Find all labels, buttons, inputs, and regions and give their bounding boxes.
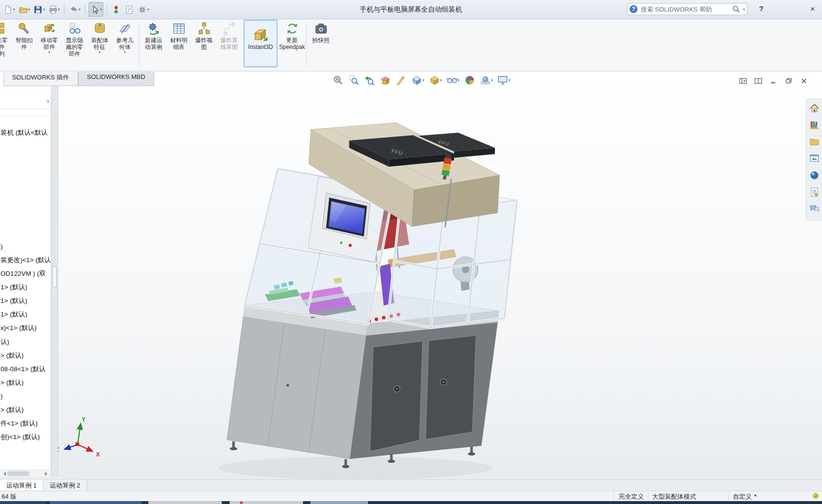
tab-solidworks-mbd[interactable]: SOLIDWORKS MBD xyxy=(78,71,154,86)
status-custom[interactable]: 自定义 xyxy=(733,492,752,501)
update-speedpak-button[interactable]: 更新Speedpak xyxy=(280,19,305,70)
tree-root-item[interactable]: 装机 (默认<默认 xyxy=(0,128,51,137)
quick-access-toolbar: ▾▾▾▾▾▾▾ xyxy=(2,2,150,16)
splitter-grip[interactable] xyxy=(52,266,57,287)
scroll-left-icon[interactable] xyxy=(1,472,6,476)
tree-item[interactable]: 1> (默认) xyxy=(0,281,51,294)
save-button[interactable]: ▾ xyxy=(32,2,46,16)
new-file-button[interactable]: ▾ xyxy=(2,2,16,16)
options-gear-button[interactable]: ▾ xyxy=(136,2,150,16)
appearances-button[interactable] xyxy=(808,170,820,183)
tree-item[interactable]: ) xyxy=(0,390,51,403)
status-assembly-mode[interactable]: 大型装配体模式 xyxy=(652,492,696,501)
tree-item[interactable]: 创)<1> (默认) xyxy=(0,430,51,444)
custom-properties-button[interactable] xyxy=(808,187,820,200)
reference-geometry xyxy=(118,21,132,36)
minimize-button[interactable] xyxy=(768,2,782,16)
tree-item[interactable]: 1> (默认) xyxy=(0,294,51,308)
panel-splitter[interactable] xyxy=(51,85,58,477)
search-box[interactable]: ? ▾ xyxy=(627,3,748,15)
close-button[interactable]: × xyxy=(805,2,820,16)
previous-view-button[interactable] xyxy=(364,75,376,86)
status-caret-icon[interactable]: ▲ xyxy=(753,493,758,498)
annotation-view-button[interactable] xyxy=(395,75,407,86)
selection-filter-button[interactable] xyxy=(110,2,122,16)
tree-item[interactable]: 装更改)<1> (默认 xyxy=(0,253,51,267)
move-component-button[interactable]: 移动零部件▾ xyxy=(37,19,62,70)
doc-minimize-button[interactable] xyxy=(769,76,779,88)
custom-properties-icon xyxy=(808,187,820,198)
tree-item[interactable]: > (默认) xyxy=(0,348,51,362)
pane-left-button[interactable] xyxy=(738,76,748,88)
dropdown-caret-icon: ▾ xyxy=(48,50,50,55)
doc-close-button[interactable] xyxy=(799,76,809,88)
tree-item[interactable]: 认) xyxy=(0,335,51,348)
zoom-area-button[interactable] xyxy=(348,75,360,86)
view-palette-button[interactable] xyxy=(808,153,820,166)
tab-solidworks-插件[interactable]: SOLIDWORKS 插件 xyxy=(3,71,78,86)
apply-scene-button[interactable]: ▾ xyxy=(479,75,493,86)
dropdown-caret-icon: ▾ xyxy=(13,7,15,12)
search-icon[interactable] xyxy=(732,5,741,14)
explode-line-sketch-button: 爆炸直线草图 xyxy=(217,19,242,70)
tree-item[interactable]: x)<1> (默认) xyxy=(0,321,51,335)
section-view-button[interactable] xyxy=(379,75,391,86)
scroll-right-icon[interactable] xyxy=(45,472,49,476)
show-hidden-components-button[interactable]: 显示隐藏的零部件 xyxy=(62,19,87,70)
taskbar-item[interactable] xyxy=(230,501,303,504)
smart-fasteners-button[interactable]: 智能扣件 xyxy=(12,19,37,70)
button-label: 阵列 xyxy=(0,50,5,57)
doc-restore-button[interactable] xyxy=(784,76,794,88)
forum-button[interactable] xyxy=(808,204,820,217)
motion-study-tab[interactable]: 运动算例 1 xyxy=(0,480,44,491)
taskbar-item[interactable] xyxy=(310,501,368,504)
taskbar-item[interactable] xyxy=(0,501,46,504)
tree-horizontal-scrollbar[interactable] xyxy=(0,470,51,477)
pane-split-button[interactable] xyxy=(753,76,763,88)
tree-item[interactable]: ) xyxy=(0,239,51,253)
instant3d-button[interactable]: Instant3D xyxy=(244,20,277,67)
status-globe-icon[interactable] xyxy=(811,492,820,502)
take-snapshot-button[interactable]: 拍快照 xyxy=(308,19,333,70)
bill-of-materials-button[interactable]: 材料明细表 xyxy=(166,19,191,70)
linear-component-pattern-button[interactable]: 线性零部件阵列▾ xyxy=(0,19,12,70)
taskbar-item[interactable] xyxy=(50,501,142,504)
open-button[interactable]: ▾ xyxy=(17,2,31,16)
tree-item[interactable]: 08-08<1> (默认 xyxy=(0,362,51,376)
exploded-view-button[interactable]: 爆炸视图 xyxy=(191,19,217,70)
graphics-area[interactable] xyxy=(0,71,822,479)
print-button[interactable]: ▾ xyxy=(47,2,61,16)
flyout-expand-icon[interactable]: › xyxy=(47,96,49,105)
new-motion-study-button[interactable]: 新建运动算例 xyxy=(141,19,166,70)
view-orientation-button[interactable]: ▾ xyxy=(411,75,425,86)
undo-button[interactable]: ▾ xyxy=(68,2,82,16)
tree-item[interactable]: > (默认) xyxy=(0,403,51,417)
assembly-features-button[interactable]: 装配体特征▾ xyxy=(87,19,112,70)
smart-fasteners xyxy=(17,21,31,36)
zoom-fit-button[interactable] xyxy=(332,75,344,86)
scrollbar-thumb[interactable] xyxy=(7,471,29,476)
reference-geometry-button[interactable]: 参考几何体▾ xyxy=(112,19,137,70)
tree-item[interactable]: > (默认) xyxy=(0,376,51,390)
tree-item[interactable]: OD122VM ) (双 xyxy=(0,267,51,281)
display-style-button[interactable]: ▾ xyxy=(428,75,442,86)
maximize-button[interactable] xyxy=(786,2,801,16)
button-label: 线草图 xyxy=(221,44,238,50)
tree-item[interactable]: 1> (默认) xyxy=(0,308,51,321)
search-dropdown-icon[interactable]: ▾ xyxy=(743,7,745,12)
hide-show-button[interactable]: ▾ xyxy=(446,75,460,86)
button-label: 爆炸视 xyxy=(195,37,213,44)
properties-sheet-button[interactable] xyxy=(123,2,135,16)
help-button[interactable]: ? xyxy=(756,4,767,13)
view-settings-button[interactable]: ▾ xyxy=(497,75,510,86)
button-label: 移动零 xyxy=(41,37,58,44)
edit-appearance-button[interactable] xyxy=(464,75,475,86)
design-library-button[interactable] xyxy=(808,120,820,133)
motion-study-tab[interactable]: 运动算例 2 xyxy=(44,480,87,491)
select-arrow-button[interactable]: ▾ xyxy=(88,2,103,16)
home-button[interactable] xyxy=(808,103,820,116)
taskbar-item[interactable] xyxy=(148,501,221,504)
file-explorer-button[interactable] xyxy=(808,136,820,149)
tree-item[interactable]: 件<1> (默认) xyxy=(0,417,51,430)
search-input[interactable] xyxy=(640,5,730,13)
